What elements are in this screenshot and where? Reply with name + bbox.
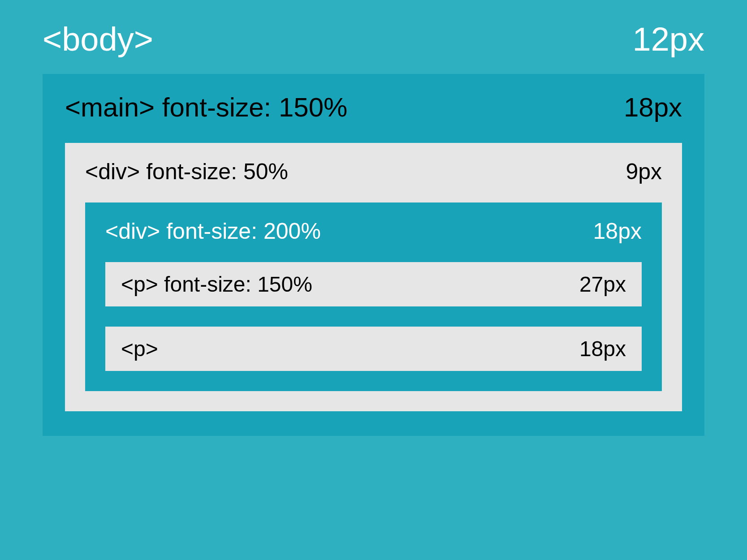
- body-row: <body> 12px: [43, 20, 704, 58]
- div-inner-size: 18px: [593, 218, 642, 244]
- div-inner-row: <div> font-size: 200% 18px: [105, 218, 642, 244]
- main-size: 18px: [624, 92, 682, 123]
- p2-label: <p>: [121, 336, 158, 361]
- body-label: <body>: [43, 20, 153, 58]
- p2-size: 18px: [579, 336, 626, 361]
- div-inner-box: <div> font-size: 200% 18px <p> font-size…: [85, 202, 662, 391]
- p1-box: <p> font-size: 150% 27px: [105, 262, 642, 306]
- main-label: <main> font-size: 150%: [65, 92, 347, 123]
- p1-label: <p> font-size: 150%: [121, 272, 312, 297]
- div-outer-row: <div> font-size: 50% 9px: [85, 159, 662, 185]
- body-size: 12px: [633, 20, 704, 58]
- div-outer-label: <div> font-size: 50%: [85, 159, 288, 185]
- main-box: <main> font-size: 150% 18px <div> font-s…: [43, 74, 704, 436]
- div-outer-box: <div> font-size: 50% 9px <div> font-size…: [65, 143, 682, 411]
- main-row: <main> font-size: 150% 18px: [65, 92, 682, 123]
- div-outer-size: 9px: [626, 159, 662, 185]
- div-inner-label: <div> font-size: 200%: [105, 218, 321, 244]
- p2-box: <p> 18px: [105, 327, 642, 371]
- p1-size: 27px: [579, 272, 626, 297]
